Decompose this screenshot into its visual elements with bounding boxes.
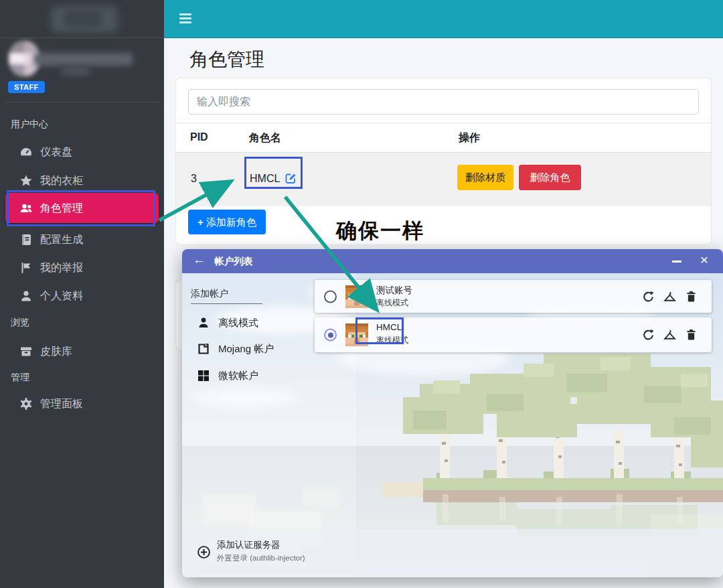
blurred-username-line2 [62, 67, 90, 76]
authlib-injector-sublabel: 外置登录 (authlib-injector) [217, 553, 305, 563]
skin-hanger-icon[interactable] [663, 289, 677, 303]
sidebar-item-role-management[interactable]: 角色管理 [5, 193, 159, 223]
user-icon [19, 289, 33, 303]
add-auth-server-button[interactable]: 添加认证服务器 外置登录 (authlib-injector) [182, 529, 723, 577]
add-role-button[interactable]: + 添加新角色 [188, 210, 266, 234]
person-icon [197, 316, 210, 329]
microsoft-icon [197, 369, 210, 382]
sidebar-item-config-generator[interactable]: 配置生成 [5, 226, 159, 254]
circle-plus-icon [197, 545, 211, 559]
minecraft-avatar [345, 285, 368, 308]
menu-item-offline-mode[interactable]: 离线模式 [182, 312, 309, 334]
users-icon [19, 201, 33, 216]
column-header-name: 角色名 [249, 131, 281, 145]
role-name: HMCL [250, 173, 297, 187]
add-auth-server-label: 添加认证服务器 [217, 539, 280, 551]
annotation-note: 确保一样 [336, 217, 424, 245]
sidebar-item-admin-panel[interactable]: 管理面板 [5, 390, 159, 418]
delete-role-button[interactable]: 删除角色 [519, 165, 581, 190]
column-header-pid: PID [190, 131, 208, 143]
account-type: 离线模式 [376, 335, 408, 346]
sidebar-toggle-button[interactable] [179, 13, 191, 24]
add-account-label: 添加帐户 [191, 288, 228, 300]
menu-item-microsoft-account[interactable]: 微软帐户 [182, 365, 309, 386]
account-name: HMCL [376, 322, 402, 332]
page-title: 角色管理 [189, 47, 264, 72]
status-badge: STAFF [8, 81, 45, 93]
sidebar-item-my-reports[interactable]: 我的举报 [5, 254, 159, 282]
screen: STAFF 用户中心 仪表盘 我的衣柜 角色管理 配置生成 [0, 0, 723, 588]
back-arrow-icon[interactable]: ← [193, 252, 206, 267]
nav-section-admin: 管理 [11, 372, 29, 384]
divider [191, 303, 262, 304]
nav-section-user-center: 用户中心 [11, 119, 48, 131]
sidebar: STAFF 用户中心 仪表盘 我的衣柜 角色管理 配置生成 [0, 0, 164, 588]
radio-selected[interactable] [324, 329, 337, 342]
topbar [164, 0, 723, 38]
star-icon [19, 173, 33, 188]
sidebar-item-dashboard[interactable]: 仪表盘 [5, 138, 159, 166]
window-title: 帐户列表 [214, 255, 253, 268]
table-row: 3 HMCL 删除材质 删除角色 [176, 153, 711, 206]
trash-icon[interactable] [684, 328, 698, 342]
role-pid: 3 [191, 173, 197, 185]
brand-area[interactable] [0, 0, 164, 38]
minimize-button[interactable] [669, 253, 684, 268]
close-button[interactable]: × [696, 252, 712, 269]
divider [5, 102, 159, 102]
account-row-test[interactable]: 测试账号 离线模式 [315, 280, 712, 313]
hamburger-icon [179, 13, 191, 15]
minecraft-avatar [345, 323, 368, 346]
sidebar-item-profile[interactable]: 个人资料 [5, 282, 159, 310]
radio-unselected[interactable] [324, 290, 337, 303]
edit-icon[interactable] [285, 175, 297, 186]
refresh-icon[interactable] [641, 289, 655, 303]
delete-texture-button[interactable]: 删除材质 [457, 165, 513, 190]
blurred-username [33, 53, 133, 66]
minimize-icon [672, 261, 681, 263]
account-name: 测试账号 [376, 285, 412, 297]
window-content: 添加帐户 离线模式 Mojang 帐户 微软帐户 [182, 273, 723, 577]
skin-hanger-icon[interactable] [663, 328, 677, 342]
column-header-action: 操作 [459, 131, 480, 145]
gear-icon [19, 396, 33, 411]
trash-icon[interactable] [684, 289, 698, 303]
table-header: PID 角色名 操作 [176, 123, 711, 153]
hmcl-account-window: ← 帐户列表 × [182, 249, 723, 577]
archive-icon [19, 344, 33, 359]
refresh-icon[interactable] [641, 328, 655, 342]
account-type: 离线模式 [376, 297, 408, 309]
gauge-icon [19, 145, 33, 159]
window-titlebar[interactable]: ← 帐户列表 × [182, 249, 723, 273]
plus-icon: + [197, 216, 204, 228]
mojang-icon [197, 342, 210, 356]
sidebar-item-closet[interactable]: 我的衣柜 [5, 167, 159, 195]
sidebar-item-skin-library[interactable]: 皮肤库 [5, 338, 159, 366]
search-input[interactable] [188, 89, 699, 115]
nav-section-browse: 浏览 [11, 317, 29, 329]
menu-item-mojang-account[interactable]: Mojang 帐户 [182, 338, 309, 360]
account-row-hmcl[interactable]: HMCL 离线模式 [315, 317, 712, 352]
flag-icon [19, 261, 33, 275]
book-icon [19, 232, 33, 247]
blurred-logo-inner [64, 11, 102, 27]
roles-card: PID 角色名 操作 3 HMCL 删除材质 删除角色 + 添加新角色 [176, 78, 711, 244]
